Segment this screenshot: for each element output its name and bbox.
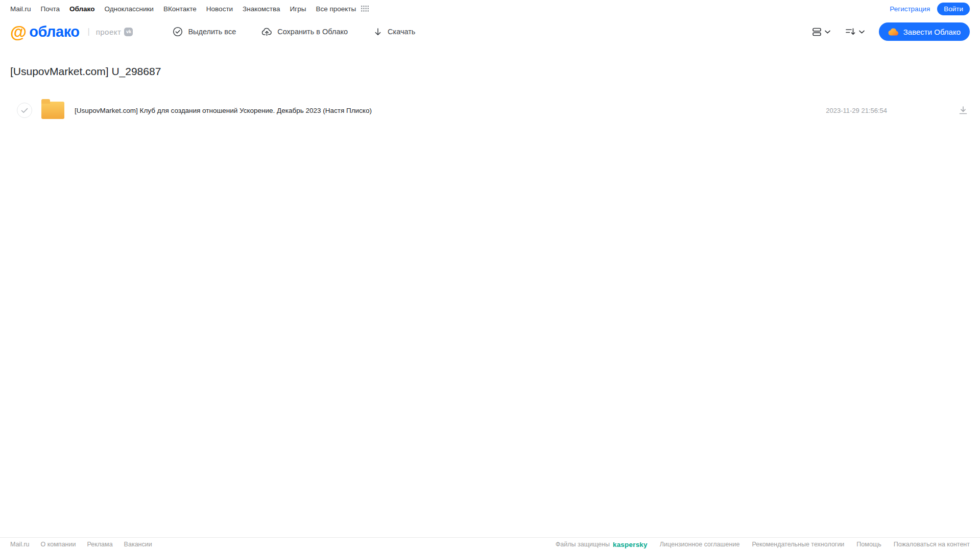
row-download-button[interactable] <box>958 105 969 116</box>
sort-dropdown[interactable] <box>844 26 867 38</box>
topnav-auth: Регистрация Войти <box>890 3 970 15</box>
vk-logo-icon: vk <box>124 28 133 36</box>
save-to-cloud-label: Сохранить в Облако <box>277 28 348 36</box>
file-name[interactable]: [UsupovMarket.com] Клуб для создания отн… <box>75 107 372 114</box>
footer-left-links: Mail.ru О компании Реклама Вакансии <box>10 541 152 548</box>
footer: Mail.ru О компании Реклама Вакансии Файл… <box>0 537 980 551</box>
cloud-upload-icon <box>261 27 272 37</box>
kaspersky-protection: Файлы защищены kaspersky <box>556 541 648 548</box>
save-to-cloud-button[interactable]: Сохранить в Облако <box>261 27 348 37</box>
footer-link-mailru[interactable]: Mail.ru <box>10 541 30 548</box>
select-all-button[interactable]: Выделить все <box>173 27 236 37</box>
cloud-public-page: Mail.ru Почта Облако Одноклассники ВКонт… <box>0 0 980 551</box>
chevron-down-icon <box>859 30 865 34</box>
check-icon <box>21 108 28 113</box>
topnav-link-mail[interactable]: Почта <box>41 5 60 13</box>
get-cloud-button[interactable]: Завести Облако <box>879 22 970 41</box>
topnav-link-vkontakte[interactable]: ВКонтакте <box>163 5 197 13</box>
page-title: [UsupovMarket.com] U_298687 <box>10 65 970 78</box>
footer-link-help[interactable]: Помощь <box>856 541 881 548</box>
download-arrow-icon <box>373 27 383 37</box>
footer-link-ads[interactable]: Реклама <box>87 541 112 548</box>
select-all-label: Выделить все <box>188 28 236 36</box>
view-mode-dropdown[interactable] <box>810 26 832 38</box>
main-content: [UsupovMarket.com] U_298687 [UsupovMarke… <box>0 65 980 121</box>
topnav-link-news[interactable]: Новости <box>206 5 233 13</box>
footer-link-about[interactable]: О компании <box>41 541 76 548</box>
topnav-link-cloud[interactable]: Облако <box>69 5 94 13</box>
file-date: 2023-11-29 21:56:54 <box>826 107 887 114</box>
apps-grid-icon[interactable] <box>361 6 369 12</box>
footer-link-report-content[interactable]: Пожаловаться на контент <box>894 541 970 548</box>
get-cloud-label: Завести Облако <box>903 28 961 36</box>
list-view-icon <box>812 28 821 36</box>
topnav-link-games[interactable]: Игры <box>290 5 306 13</box>
file-actions: Выделить все Сохранить в Облако Скача <box>173 27 415 37</box>
toolbar-right: Завести Облако <box>810 22 970 41</box>
topnav-link-all-projects[interactable]: Все проекты <box>316 5 356 13</box>
project-label: проект <box>96 28 122 36</box>
mailru-at-icon: @ <box>10 23 27 40</box>
footer-right-links: Файлы защищены kaspersky Лицензионное со… <box>556 541 970 548</box>
chevron-down-icon <box>825 30 830 34</box>
download-button[interactable]: Скачать <box>373 27 415 37</box>
footer-link-license[interactable]: Лицензионное соглашение <box>660 541 740 548</box>
cloud-logo[interactable]: @ облако | проект vk <box>10 23 133 40</box>
sort-icon <box>846 28 855 36</box>
portal-topnav: Mail.ru Почта Облако Одноклассники ВКонт… <box>0 0 980 17</box>
topnav-link-mailru[interactable]: Mail.ru <box>10 5 31 13</box>
footer-link-recommendation-tech[interactable]: Рекомендательные технологии <box>752 541 844 548</box>
protected-label: Файлы защищены <box>556 541 610 548</box>
cloud-logo-text: облако <box>29 25 79 39</box>
download-label: Скачать <box>388 28 415 36</box>
portal-links: Mail.ru Почта Облако Одноклассники ВКонт… <box>10 5 356 13</box>
registration-link[interactable]: Регистрация <box>890 5 930 13</box>
check-circle-icon <box>173 27 183 37</box>
download-icon <box>959 106 968 115</box>
topnav-link-dating[interactable]: Знакомства <box>243 5 280 13</box>
topnav-link-odnoklassniki[interactable]: Одноклассники <box>104 5 153 13</box>
footer-link-jobs[interactable]: Вакансии <box>124 541 152 548</box>
kaspersky-logo[interactable]: kaspersky <box>613 541 648 548</box>
row-checkbox[interactable] <box>17 103 32 118</box>
login-button[interactable]: Войти <box>937 3 970 15</box>
cloud-icon <box>888 28 899 36</box>
logo-divider: | <box>88 27 90 36</box>
file-row[interactable]: [UsupovMarket.com] Клуб для создания отн… <box>0 100 980 121</box>
toolbar: @ облако | проект vk Выделить все <box>0 17 980 46</box>
folder-icon <box>41 102 64 119</box>
